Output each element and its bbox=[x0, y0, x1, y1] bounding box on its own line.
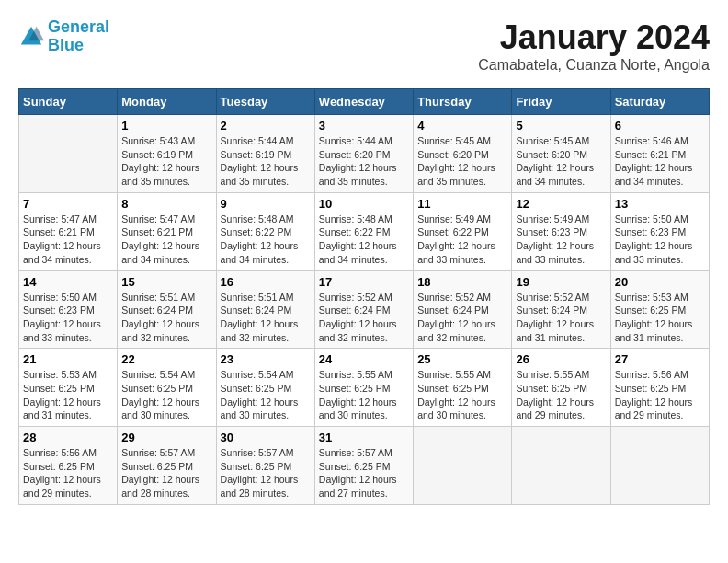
day-number: 7 bbox=[23, 197, 113, 211]
day-info: Sunrise: 5:55 AM Sunset: 6:25 PM Dayligh… bbox=[319, 368, 409, 422]
logo-line2: Blue bbox=[48, 36, 84, 54]
day-info: Sunrise: 5:51 AM Sunset: 6:24 PM Dayligh… bbox=[121, 291, 211, 345]
day-info: Sunrise: 5:49 AM Sunset: 6:22 PM Dayligh… bbox=[417, 213, 507, 267]
calendar-cell: 4Sunrise: 5:45 AM Sunset: 6:20 PM Daylig… bbox=[414, 115, 512, 193]
calendar-cell: 5Sunrise: 5:45 AM Sunset: 6:20 PM Daylig… bbox=[512, 115, 610, 193]
day-info: Sunrise: 5:45 AM Sunset: 6:20 PM Dayligh… bbox=[516, 134, 606, 189]
calendar-cell: 23Sunrise: 5:54 AM Sunset: 6:25 PM Dayli… bbox=[216, 349, 314, 427]
title-block: January 2024 Camabatela, Cuanza Norte, A… bbox=[478, 18, 710, 74]
day-info: Sunrise: 5:53 AM Sunset: 6:25 PM Dayligh… bbox=[23, 368, 113, 422]
calendar-cell bbox=[19, 115, 118, 193]
calendar-cell: 10Sunrise: 5:48 AM Sunset: 6:22 PM Dayli… bbox=[314, 192, 413, 270]
calendar-cell: 27Sunrise: 5:56 AM Sunset: 6:25 PM Dayli… bbox=[610, 349, 709, 427]
day-number: 10 bbox=[319, 197, 409, 211]
calendar-week-row: 28Sunrise: 5:56 AM Sunset: 6:25 PM Dayli… bbox=[19, 427, 710, 505]
day-number: 21 bbox=[23, 352, 113, 366]
day-info: Sunrise: 5:43 AM Sunset: 6:19 PM Dayligh… bbox=[121, 134, 211, 189]
day-info: Sunrise: 5:53 AM Sunset: 6:25 PM Dayligh… bbox=[615, 291, 705, 345]
calendar-table: SundayMondayTuesdayWednesdayThursdayFrid… bbox=[18, 88, 710, 505]
day-info: Sunrise: 5:45 AM Sunset: 6:20 PM Dayligh… bbox=[417, 134, 507, 189]
day-info: Sunrise: 5:54 AM Sunset: 6:25 PM Dayligh… bbox=[221, 368, 311, 422]
day-number: 3 bbox=[319, 119, 409, 132]
calendar-week-row: 14Sunrise: 5:50 AM Sunset: 6:23 PM Dayli… bbox=[19, 270, 710, 349]
day-number: 15 bbox=[121, 275, 211, 289]
calendar-cell: 28Sunrise: 5:56 AM Sunset: 6:25 PM Dayli… bbox=[19, 427, 118, 505]
calendar-cell: 9Sunrise: 5:48 AM Sunset: 6:22 PM Daylig… bbox=[216, 192, 314, 270]
calendar-cell: 15Sunrise: 5:51 AM Sunset: 6:24 PM Dayli… bbox=[118, 270, 216, 349]
calendar-cell: 18Sunrise: 5:52 AM Sunset: 6:24 PM Dayli… bbox=[414, 270, 512, 349]
day-info: Sunrise: 5:52 AM Sunset: 6:24 PM Dayligh… bbox=[417, 291, 507, 345]
day-info: Sunrise: 5:57 AM Sunset: 6:25 PM Dayligh… bbox=[121, 446, 211, 500]
day-info: Sunrise: 5:47 AM Sunset: 6:21 PM Dayligh… bbox=[23, 213, 113, 267]
day-info: Sunrise: 5:49 AM Sunset: 6:23 PM Dayligh… bbox=[516, 213, 606, 267]
calendar-week-row: 1Sunrise: 5:43 AM Sunset: 6:19 PM Daylig… bbox=[19, 115, 710, 193]
day-number: 27 bbox=[615, 352, 705, 366]
header-friday: Friday bbox=[512, 89, 610, 115]
calendar-cell: 16Sunrise: 5:51 AM Sunset: 6:24 PM Dayli… bbox=[216, 270, 314, 349]
day-number: 8 bbox=[121, 197, 211, 211]
calendar-title: January 2024 bbox=[478, 18, 710, 57]
day-number: 29 bbox=[121, 431, 211, 444]
calendar-cell: 24Sunrise: 5:55 AM Sunset: 6:25 PM Dayli… bbox=[314, 349, 413, 427]
day-number: 13 bbox=[615, 197, 705, 211]
header-tuesday: Tuesday bbox=[216, 89, 314, 115]
calendar-cell bbox=[512, 427, 610, 505]
day-number: 1 bbox=[121, 119, 211, 132]
calendar-cell: 2Sunrise: 5:44 AM Sunset: 6:19 PM Daylig… bbox=[216, 115, 314, 193]
calendar-cell: 26Sunrise: 5:55 AM Sunset: 6:25 PM Dayli… bbox=[512, 349, 610, 427]
day-info: Sunrise: 5:48 AM Sunset: 6:22 PM Dayligh… bbox=[221, 213, 311, 267]
calendar-week-row: 7Sunrise: 5:47 AM Sunset: 6:21 PM Daylig… bbox=[19, 192, 710, 270]
logo: General Blue bbox=[18, 18, 109, 55]
day-number: 17 bbox=[319, 275, 409, 289]
calendar-cell bbox=[414, 427, 512, 505]
day-number: 28 bbox=[23, 431, 113, 444]
day-number: 4 bbox=[417, 119, 507, 132]
calendar-week-row: 21Sunrise: 5:53 AM Sunset: 6:25 PM Dayli… bbox=[19, 349, 710, 427]
day-number: 16 bbox=[221, 275, 311, 289]
calendar-subtitle: Camabatela, Cuanza Norte, Angola bbox=[478, 57, 710, 74]
day-number: 14 bbox=[23, 275, 113, 289]
day-info: Sunrise: 5:55 AM Sunset: 6:25 PM Dayligh… bbox=[417, 368, 507, 422]
calendar-cell: 19Sunrise: 5:52 AM Sunset: 6:24 PM Dayli… bbox=[512, 270, 610, 349]
day-info: Sunrise: 5:47 AM Sunset: 6:21 PM Dayligh… bbox=[121, 213, 211, 267]
day-info: Sunrise: 5:48 AM Sunset: 6:22 PM Dayligh… bbox=[319, 213, 409, 267]
day-info: Sunrise: 5:52 AM Sunset: 6:24 PM Dayligh… bbox=[319, 291, 409, 345]
day-info: Sunrise: 5:55 AM Sunset: 6:25 PM Dayligh… bbox=[516, 368, 606, 422]
day-info: Sunrise: 5:56 AM Sunset: 6:25 PM Dayligh… bbox=[23, 446, 113, 500]
calendar-cell: 12Sunrise: 5:49 AM Sunset: 6:23 PM Dayli… bbox=[512, 192, 610, 270]
day-number: 12 bbox=[516, 197, 606, 211]
page-header: General Blue January 2024 Camabatela, Cu… bbox=[18, 18, 710, 74]
day-number: 31 bbox=[319, 431, 409, 444]
calendar-cell: 13Sunrise: 5:50 AM Sunset: 6:23 PM Dayli… bbox=[610, 192, 709, 270]
day-number: 22 bbox=[121, 352, 211, 366]
calendar-cell: 22Sunrise: 5:54 AM Sunset: 6:25 PM Dayli… bbox=[118, 349, 216, 427]
day-info: Sunrise: 5:52 AM Sunset: 6:24 PM Dayligh… bbox=[516, 291, 606, 345]
day-info: Sunrise: 5:51 AM Sunset: 6:24 PM Dayligh… bbox=[221, 291, 311, 345]
calendar-cell: 11Sunrise: 5:49 AM Sunset: 6:22 PM Dayli… bbox=[414, 192, 512, 270]
day-number: 30 bbox=[221, 431, 311, 444]
day-info: Sunrise: 5:46 AM Sunset: 6:21 PM Dayligh… bbox=[615, 134, 705, 189]
day-info: Sunrise: 5:44 AM Sunset: 6:20 PM Dayligh… bbox=[319, 134, 409, 189]
day-number: 9 bbox=[221, 197, 311, 211]
day-number: 25 bbox=[417, 352, 507, 366]
day-number: 26 bbox=[516, 352, 606, 366]
header-sunday: Sunday bbox=[19, 89, 118, 115]
calendar-cell: 7Sunrise: 5:47 AM Sunset: 6:21 PM Daylig… bbox=[19, 192, 118, 270]
day-number: 5 bbox=[516, 119, 606, 132]
header-monday: Monday bbox=[118, 89, 216, 115]
logo-icon bbox=[18, 24, 44, 50]
calendar-cell: 17Sunrise: 5:52 AM Sunset: 6:24 PM Dayli… bbox=[314, 270, 413, 349]
day-number: 11 bbox=[417, 197, 507, 211]
calendar-cell: 3Sunrise: 5:44 AM Sunset: 6:20 PM Daylig… bbox=[314, 115, 413, 193]
day-number: 20 bbox=[615, 275, 705, 289]
header-thursday: Thursday bbox=[414, 89, 512, 115]
day-info: Sunrise: 5:57 AM Sunset: 6:25 PM Dayligh… bbox=[221, 446, 311, 500]
day-number: 24 bbox=[319, 352, 409, 366]
header-saturday: Saturday bbox=[610, 89, 709, 115]
day-info: Sunrise: 5:56 AM Sunset: 6:25 PM Dayligh… bbox=[615, 368, 705, 422]
calendar-cell: 8Sunrise: 5:47 AM Sunset: 6:21 PM Daylig… bbox=[118, 192, 216, 270]
calendar-header-row: SundayMondayTuesdayWednesdayThursdayFrid… bbox=[19, 89, 710, 115]
day-number: 19 bbox=[516, 275, 606, 289]
calendar-cell: 6Sunrise: 5:46 AM Sunset: 6:21 PM Daylig… bbox=[610, 115, 709, 193]
day-number: 2 bbox=[221, 119, 311, 132]
